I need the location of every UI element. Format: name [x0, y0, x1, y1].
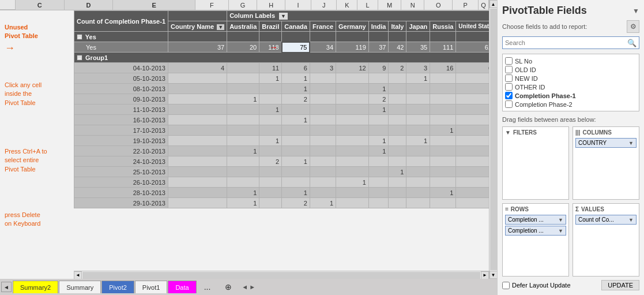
- field-other-id-checkbox[interactable]: [505, 83, 513, 91]
- field-completion-2[interactable]: Completion Phase-2: [505, 100, 637, 109]
- pivot-date-row-11[interactable]: 26-10-2013 1: [74, 177, 489, 188]
- pivot-date-row-0[interactable]: 04-10-2013 4 11 6 3 12 9 2 3 16 66: [74, 63, 489, 73]
- scroll-right-btn[interactable]: ►: [481, 271, 489, 279]
- highlighted-cell[interactable]: 75 →: [282, 42, 310, 53]
- areas-grid: ▼ FILTERS ||| COLUMNS COUNTRY ▼ =: [502, 126, 639, 277]
- field-new-id[interactable]: NEW ID: [505, 74, 637, 83]
- pivot-date-row-7[interactable]: 19-10-2013 1 1 1: [74, 136, 489, 146]
- gear-button[interactable]: ⚙: [627, 20, 639, 33]
- pivot-date-row-2[interactable]: 08-10-2013 1 1 1: [74, 84, 489, 94]
- pivot-date-row-6[interactable]: 17-10-2013 1: [74, 125, 489, 136]
- tab-ellipsis[interactable]: ...: [197, 281, 218, 293]
- col-i: I: [285, 0, 311, 10]
- defer-checkbox-area[interactable]: Defer Layout Update: [502, 282, 571, 289]
- field-sl-no-checkbox[interactable]: [505, 57, 513, 65]
- field-other-id[interactable]: OTHER ID: [505, 83, 637, 91]
- tab-data[interactable]: Data: [168, 281, 196, 293]
- field-new-id-checkbox[interactable]: [505, 74, 513, 82]
- fields-list: SL No OLD ID NEW ID OTHER ID Completion …: [502, 54, 639, 111]
- columns-title: ||| COLUMNS: [575, 129, 637, 136]
- panel-bottom-actions: Defer Layout Update UPDATE: [502, 280, 639, 290]
- tab-summary[interactable]: Summary: [59, 281, 101, 293]
- sheet-tabs: ◄ Summary2 Summary Pivot2 Pivot1 Data ..…: [0, 279, 497, 295]
- sheet-nav-controls: ◄ ►: [242, 283, 255, 290]
- scroll-down-btn[interactable]: ▼: [489, 271, 498, 279]
- annotation-ctrl-a: Press Ctrl+A to select entire Pivot Tabl…: [5, 147, 47, 174]
- field-completion-1-checkbox[interactable]: [505, 92, 513, 99]
- col-l: L: [357, 0, 378, 10]
- values-area[interactable]: Σ VALUES Count of Co... ▼: [573, 203, 639, 277]
- col-j: J: [311, 0, 337, 10]
- col-p: P: [453, 0, 479, 10]
- field-old-id[interactable]: OLD ID: [505, 65, 637, 74]
- col-e: E: [113, 0, 195, 10]
- values-count-item[interactable]: Count of Co... ▼: [575, 215, 637, 225]
- vertical-scrollbar[interactable]: ▲ ▼: [489, 0, 497, 279]
- field-sl-no[interactable]: SL No: [505, 57, 637, 65]
- columns-area[interactable]: ||| COLUMNS COUNTRY ▼: [573, 126, 639, 200]
- pivot-date-row-8[interactable]: 22-10-2013 1 1: [74, 146, 489, 156]
- horizontal-scrollbar[interactable]: ◄ ►: [74, 271, 489, 279]
- pivot-table-content: Count of Completion Phase-1 Column Label…: [74, 10, 489, 208]
- hscroll-thumb[interactable]: [82, 272, 480, 279]
- pivot-date-row-3[interactable]: 09-10-2013 1 2 2: [74, 94, 489, 104]
- col-q: Q: [479, 0, 489, 10]
- pivot-date-row-1[interactable]: 05-10-2013 1 1 1: [74, 73, 489, 84]
- update-button[interactable]: UPDATE: [601, 280, 639, 290]
- annotation-delete: press Delete on Keyboard: [5, 211, 40, 229]
- tab-pivot1[interactable]: Pivot1: [135, 281, 168, 293]
- pivot-date-row-13[interactable]: 29-10-2013 1 2 1: [74, 198, 489, 208]
- field-old-id-checkbox[interactable]: [505, 66, 513, 73]
- scroll-up-btn[interactable]: ▲: [489, 0, 498, 8]
- pivot-date-row-10[interactable]: 25-10-2013 1: [74, 167, 489, 177]
- search-box[interactable]: 🔍: [502, 36, 639, 49]
- filters-area[interactable]: ▼ FILTERS: [502, 126, 569, 200]
- col-headers: C D E F G H I J K L M N O P Q: [0, 0, 489, 10]
- search-icon[interactable]: 🔍: [627, 39, 637, 47]
- col-n: N: [401, 0, 424, 10]
- spreadsheet-area: C D E F G H I J K L M N O P Q Unused Piv…: [0, 0, 497, 295]
- app-container: C D E F G H I J K L M N O P Q Unused Piv…: [0, 0, 644, 295]
- columns-country-item[interactable]: COUNTRY ▼: [575, 138, 637, 148]
- add-sheet-btn[interactable]: ⊕: [218, 281, 239, 293]
- country-name-filter[interactable]: ▼: [217, 24, 224, 30]
- pivot-table[interactable]: Count of Completion Phase-1 Column Label…: [74, 10, 489, 271]
- field-completion-1[interactable]: Completion Phase-1: [505, 91, 637, 100]
- pivot-date-row-4[interactable]: 11-10-2013 1 1 1: [74, 104, 489, 115]
- rows-completion2-item[interactable]: Completion ... ▼: [505, 226, 566, 236]
- col-f: F: [195, 0, 229, 10]
- col-m: M: [378, 0, 401, 10]
- column-labels-dropdown[interactable]: ▼: [279, 13, 288, 20]
- drag-label: Drag fields between areas below:: [502, 116, 639, 123]
- red-arrow-indicator: →: [270, 43, 278, 52]
- rows-completion1-item[interactable]: Completion ... ▼: [505, 215, 566, 225]
- col-h: H: [257, 0, 285, 10]
- yes-expand[interactable]: −: [77, 34, 82, 40]
- rows-title: = ROWS: [505, 206, 566, 212]
- scroll-thumb[interactable]: [490, 9, 497, 270]
- pivot-yes-sub-row[interactable]: Yes 37 20 118 75 → 34 119 37 42 35 111 6…: [74, 42, 489, 53]
- pivot-date-row-9[interactable]: 24-10-2013 2 1: [74, 156, 489, 167]
- col-k: K: [337, 0, 357, 10]
- panel-close-btn[interactable]: ▼: [632, 7, 639, 15]
- pivot-fields-panel: PivotTable Fields ▼ Choose fields to add…: [497, 0, 644, 295]
- rows-area[interactable]: = ROWS Completion ... ▼ Completion ... ▼: [502, 203, 569, 277]
- panel-subtitle: Choose fields to add to report: ⚙: [502, 20, 639, 33]
- tab-pivot2[interactable]: Pivot2: [101, 281, 134, 293]
- values-title: Σ VALUES: [575, 206, 637, 212]
- scroll-left-btn[interactable]: ◄: [74, 271, 82, 279]
- panel-title: PivotTable Fields ▼: [502, 5, 639, 17]
- pivot-date-row-12[interactable]: 28-10-2013 1 1 1: [74, 188, 489, 198]
- filters-title: ▼ FILTERS: [505, 129, 566, 136]
- field-completion-2-checkbox[interactable]: [505, 100, 513, 108]
- pivot-header-row1: Count of Completion Phase-1 Column Label…: [74, 11, 489, 21]
- pivot-date-row-5[interactable]: 16-10-2013 1: [74, 115, 489, 125]
- annotation-click: Click any cell inside the Pivot Table: [5, 81, 42, 107]
- defer-checkbox[interactable]: [502, 282, 510, 289]
- tab-summary2[interactable]: Summary2: [13, 281, 58, 293]
- group1-expand[interactable]: −: [77, 55, 82, 61]
- tab-prev-btn[interactable]: ◄: [1, 282, 12, 292]
- col-g: G: [229, 0, 257, 10]
- search-input[interactable]: [505, 39, 627, 46]
- col-c: C: [16, 0, 65, 10]
